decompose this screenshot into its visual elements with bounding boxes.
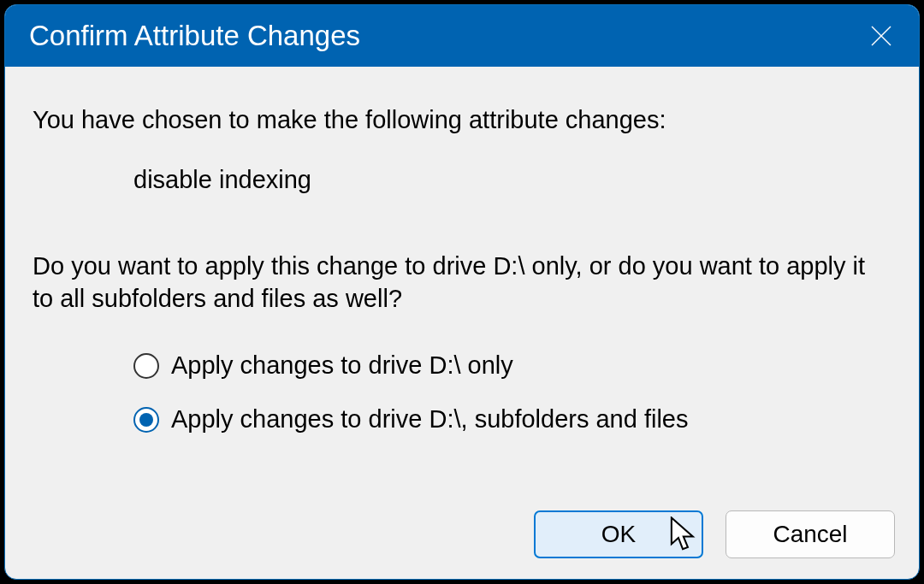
question-text: Do you want to apply this change to driv… <box>33 251 891 315</box>
radio-selected-icon <box>133 407 159 433</box>
radio-option-drive-only[interactable]: Apply changes to drive D:\ only <box>133 350 891 382</box>
ok-button-label: OK <box>601 521 636 548</box>
close-icon[interactable] <box>868 22 895 50</box>
radio-group: Apply changes to drive D:\ only Apply ch… <box>33 350 891 436</box>
radio-label: Apply changes to drive D:\ only <box>171 350 513 382</box>
attribute-change-text: disable indexing <box>33 164 891 197</box>
dialog-buttons: OK Cancel <box>534 510 895 558</box>
intro-text: You have chosen to make the following at… <box>33 104 891 137</box>
cancel-button[interactable]: Cancel <box>726 510 895 558</box>
dialog-content: You have chosen to make the following at… <box>5 67 919 436</box>
radio-unselected-icon <box>133 353 159 379</box>
ok-button[interactable]: OK <box>534 510 703 558</box>
dialog-title: Confirm Attribute Changes <box>29 20 360 52</box>
radio-option-subfolders-files[interactable]: Apply changes to drive D:\, subfolders a… <box>133 404 891 436</box>
titlebar: Confirm Attribute Changes <box>5 5 919 67</box>
radio-label: Apply changes to drive D:\, subfolders a… <box>171 404 689 436</box>
cancel-button-label: Cancel <box>773 521 847 548</box>
confirm-attribute-changes-dialog: Confirm Attribute Changes You have chose… <box>4 4 920 580</box>
